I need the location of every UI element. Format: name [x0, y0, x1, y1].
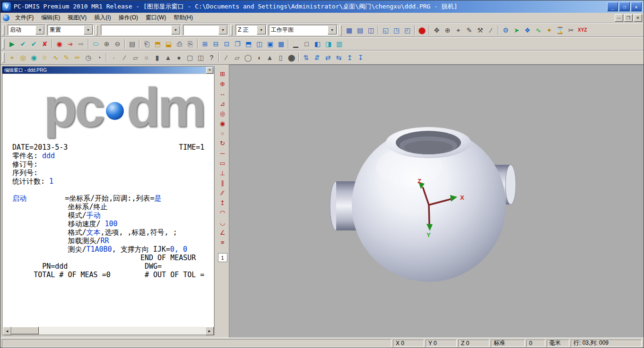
dim-concentricity-icon[interactable]: ◎: [218, 109, 228, 119]
dim-roundness-icon[interactable]: ○: [218, 128, 228, 138]
fly-mode-icon[interactable]: ➤: [511, 25, 522, 35]
mdi-restore-button[interactable]: ❐: [624, 14, 633, 22]
dim-flatness-icon[interactable]: ▭: [218, 158, 228, 168]
cad-model-canvas[interactable]: Z X Y: [229, 65, 644, 338]
window-new-view-icon[interactable]: ▦: [276, 39, 287, 49]
maximize-button[interactable]: ❐: [619, 2, 630, 11]
alignment-recall-icon[interactable]: ⇵: [312, 52, 322, 63]
scroll-left-icon[interactable]: ◄: [3, 327, 11, 335]
menu-view[interactable]: 视图(V): [64, 12, 90, 23]
scissors-icon[interactable]: ✂: [566, 25, 576, 35]
sort-descending-icon[interactable]: ↧: [355, 52, 366, 63]
window-layout-grid-icon[interactable]: ⊞: [200, 39, 210, 49]
minimize-all-windows-icon[interactable]: ▁: [290, 39, 301, 49]
alignment-best-fit-icon[interactable]: ⇄: [322, 52, 333, 63]
measure-plane-icon[interactable]: ▱: [130, 52, 141, 63]
app-icon[interactable]: V: [2, 2, 11, 11]
preview-window-icon[interactable]: ◱: [380, 25, 391, 35]
toolbar-grip[interactable]: [2, 25, 5, 35]
construct-circle-icon[interactable]: ◯: [243, 52, 253, 63]
program-code-area[interactable]: DATE=2013-5-3 TIME=1零件名: ddd修订号:序列号:统计计数…: [3, 143, 214, 279]
dim-profile-line-icon[interactable]: ◠: [218, 208, 228, 218]
cancel-edit-icon[interactable]: ✘: [39, 39, 50, 49]
window-layout-split-icon[interactable]: ⊟: [210, 39, 221, 49]
measure-sphere-icon[interactable]: ●: [174, 52, 184, 63]
edit-window-horizontal-scrollbar[interactable]: ◄ ►: [3, 327, 214, 334]
tip-calibration-icon[interactable]: ◎: [17, 52, 28, 63]
verify-feature-icon[interactable]: ✔: [17, 39, 28, 49]
status-window-icon[interactable]: ◰: [402, 25, 413, 35]
window-layout-single-icon[interactable]: ⊡: [221, 39, 232, 49]
keyin-button[interactable]: 1: [218, 253, 227, 262]
recall-alignment-combo[interactable]: 重置 ▼: [47, 25, 94, 35]
dim-true-position-icon[interactable]: ⊕: [218, 79, 228, 89]
mdi-close-button[interactable]: ✕: [634, 14, 642, 22]
menu-help[interactable]: 帮助(H): [170, 12, 197, 23]
zoom-in-icon[interactable]: ⊕: [101, 39, 112, 49]
toggle-report-window-icon[interactable]: ◨: [323, 39, 334, 49]
import-file-icon[interactable]: ⬓: [163, 39, 174, 49]
edit-window-close-button[interactable]: ×: [206, 67, 213, 74]
dim-angle-icon[interactable]: ⊿: [218, 99, 228, 109]
measure-cylinder-icon[interactable]: ▮: [152, 52, 163, 63]
toolbar-grip[interactable]: [230, 25, 233, 35]
scroll-right-icon[interactable]: ►: [205, 327, 214, 335]
record-icon[interactable]: ◉: [54, 39, 65, 49]
measure-cone-icon[interactable]: ▲: [163, 52, 174, 63]
hammer-tool-icon[interactable]: ⚒: [475, 25, 486, 35]
gauge-icon[interactable]: ◔: [94, 52, 104, 63]
skip-command-icon[interactable]: ⇨: [76, 39, 87, 49]
chevron-down-icon[interactable]: ▼: [84, 25, 93, 34]
measure-notch-icon[interactable]: ◫: [195, 52, 206, 63]
window-arrange-icon[interactable]: ▣: [265, 39, 276, 49]
menu-insert[interactable]: 插入(I): [90, 12, 114, 23]
dial-indicator-icon[interactable]: ◷: [83, 52, 94, 63]
chevron-down-icon[interactable]: ▼: [171, 25, 180, 34]
dim-angle-between-icon[interactable]: ∠: [218, 228, 228, 238]
mark-pen-icon[interactable]: ✎: [61, 52, 72, 63]
restore-windows-icon[interactable]: □: [301, 39, 312, 49]
dim-parallelism-icon[interactable]: ∥: [218, 178, 228, 188]
print-icon[interactable]: ⎘: [185, 39, 196, 49]
open-program-icon[interactable]: ⬒: [152, 39, 163, 49]
graphic-display-window-icon[interactable]: ▦: [344, 25, 355, 35]
measure-circle-icon[interactable]: ○: [141, 52, 152, 63]
dim-distance-icon[interactable]: ↔: [218, 89, 228, 99]
measure-slot-icon[interactable]: ▢: [184, 52, 195, 63]
probe-readout-icon[interactable]: ⌖: [453, 25, 464, 35]
gear-settings-icon[interactable]: ⚙: [500, 25, 511, 35]
sort-ascending-icon[interactable]: ↥: [344, 52, 355, 63]
dim-perpendicularity-icon[interactable]: ⊥: [218, 168, 228, 178]
chevron-down-icon[interactable]: ▼: [328, 25, 337, 34]
slash-tool-icon[interactable]: ∕: [486, 25, 496, 35]
translate-mode-icon[interactable]: ✥: [431, 25, 442, 35]
comment-pen-icon[interactable]: ✏: [72, 52, 83, 63]
ellipse-select-icon[interactable]: ⬭: [90, 39, 101, 49]
save-program-icon[interactable]: ⎙: [174, 39, 185, 49]
analysis-window-icon[interactable]: ◳: [391, 25, 402, 35]
construct-cone-icon[interactable]: ▲: [264, 52, 275, 63]
alignment-iterative-icon[interactable]: ⇆: [333, 52, 344, 63]
probe-tip-icon[interactable]: ⌖: [7, 52, 17, 63]
dim-runout-icon[interactable]: ◉: [218, 119, 228, 128]
measure-point-icon[interactable]: ·: [108, 52, 119, 63]
edit-window-content[interactable]: pc dm DATE=2013-5-3 TIME=1零件名: ddd修订号:序列…: [3, 74, 214, 327]
edit-window-icon[interactable]: ◫: [366, 25, 376, 35]
construct-cylinder-icon[interactable]: ▯: [275, 52, 286, 63]
close-button[interactable]: ✕: [631, 2, 642, 11]
alignment-combo[interactable]: 启动 ▼: [8, 25, 45, 35]
construct-sphere-icon[interactable]: ⬤: [286, 52, 297, 63]
window-tile-horizontal-icon[interactable]: ⬒: [243, 39, 254, 49]
toolbar-grip[interactable]: [2, 39, 5, 49]
graphic-display-viewport[interactable]: Z X Y: [229, 65, 644, 338]
rotate-mode-icon[interactable]: ⊕: [442, 25, 453, 35]
menu-file[interactable]: 文件(F): [11, 12, 37, 23]
window-cascade-icon[interactable]: ❐: [232, 39, 243, 49]
window-tile-vertical-icon[interactable]: ◫: [254, 39, 265, 49]
dim-straightness-icon[interactable]: ─: [218, 148, 228, 158]
construct-line-icon[interactable]: ∕: [221, 52, 232, 63]
surface-display-icon[interactable]: ❖: [522, 25, 533, 35]
dim-profile-surface-icon[interactable]: ◡: [218, 218, 228, 228]
menu-window[interactable]: 窗口(W): [142, 12, 170, 23]
construct-arc-icon[interactable]: ◖: [253, 52, 264, 63]
